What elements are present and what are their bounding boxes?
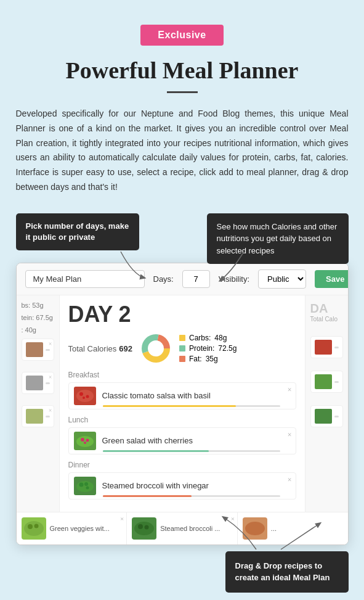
right-breakfast-label [310,336,343,358]
svg-point-10 [84,442,86,444]
lunch-recipe-item: Green salad with cherries × [68,427,296,454]
page-title: Powerful Meal Planner [66,57,299,84]
svg-point-13 [84,482,88,486]
thumb-item-0[interactable]: Green veggies wit... × [17,512,127,545]
thumb-item-2[interactable]: ... [238,512,348,545]
right-day-label: DA [310,302,343,316]
carbs-label: Carbs: [189,334,211,342]
breakfast-label: Breakfast [68,371,296,379]
dinner-recipe-name: Steamed broccoli with vinegar [102,481,291,490]
svg-point-11 [76,481,94,492]
dinner-close-btn[interactable]: × [288,475,292,485]
left-recipe-breakfast: × [22,339,54,361]
planner-days-container: bs: 53g tein: 67.5g : 40g × × [17,295,348,512]
svg-point-4 [79,392,83,396]
left-nutrition-line3: : 40g [22,326,54,334]
breakfast-recipe-name: Classic tomato salsa with basil [102,391,291,400]
thumb-item-1[interactable]: Steamed broccoli ... × [127,512,238,545]
title-divider [167,91,198,93]
visibility-label: Visibility: [219,274,249,284]
thumb-img-0 [22,517,46,540]
left-close-breakfast[interactable]: × [49,340,52,347]
dinner-progress [103,495,280,497]
svg-point-3 [76,390,94,402]
svg-point-14 [86,486,89,489]
dinner-label: Dinner [68,461,296,469]
lunch-section: Lunch Green salad with cherries [68,416,296,454]
thumb-img-1 [132,517,156,540]
thumb-label-0: Green veggies wit... [50,525,110,532]
dinner-recipe-item: Steamed broccoli with vinegar × [68,472,296,499]
breakfast-recipe-item: Classic tomato salsa with basil × [68,382,296,409]
planner-top-bar: Days: Visibility: Public Save [17,263,348,295]
thumb-img-2 [243,517,267,540]
right-recipe-lunch [310,371,343,393]
dinner-section: Dinner Steamed broccoli with vine [68,461,296,499]
calories-row: Total Calories 692 [68,332,296,364]
dinner-thumbnail [74,477,96,495]
left-nutrition-line2: tein: 67.5g [22,314,54,321]
days-input[interactable] [182,270,210,288]
carbs-legend: Carbs: 48g [179,334,237,342]
visibility-select[interactable]: Public [258,269,306,289]
svg-point-12 [79,482,83,487]
svg-point-19 [138,524,143,529]
day-column-main: DAY 2 Total Calories 692 [60,295,305,512]
protein-label: Protein: [189,344,214,353]
callout-bottom: Drag & Drop recipes to create an ideal M… [225,551,349,593]
fat-label: Fat: [189,355,202,363]
lunch-label: Lunch [68,416,296,424]
thumb-label-2: ... [271,525,277,532]
thumb-close-1[interactable]: × [231,515,235,522]
lunch-progress [103,450,280,452]
left-recipe-lunch: × [22,372,54,394]
fat-legend: Fat: 35g [179,355,237,363]
nutrition-legend: Carbs: 48g Protein: 72.5g Fat: [179,334,237,363]
left-close-dinner[interactable]: × [49,407,52,414]
breakfast-close-btn[interactable]: × [288,385,292,395]
callout-left: Pick number of days, make it public or p… [16,213,139,250]
breakfast-thumbnail [74,387,96,405]
svg-point-20 [145,525,149,529]
callout-right: See how much Calories and other nutritio… [207,213,349,265]
protein-value: 72.5g [218,344,237,353]
day-header: DAY 2 [68,302,296,327]
protein-legend: Protein: 72.5g [179,344,237,353]
fat-value: 35g [206,355,218,363]
left-nutrition-line1: bs: 53g [22,302,54,309]
lunch-thumbnail [74,432,96,450]
meal-plan-name-input[interactable] [25,270,145,288]
total-calories-label: Total Calories [68,344,117,353]
thumb-label-1: Steamed broccoli ... [160,525,220,532]
exclusive-badge: Exclusive [140,25,223,46]
save-button[interactable]: Save [315,270,348,288]
carbs-value: 48g [214,334,227,342]
lunch-recipe-name: Green salad with cherries [102,436,291,445]
svg-point-18 [134,522,154,535]
svg-point-6 [83,397,85,399]
svg-point-5 [86,395,89,398]
right-lunch-label [310,371,343,393]
days-label: Days: [153,274,174,284]
left-recipe-dinner: × [22,405,54,427]
breakfast-section: Breakfast Classic tomato salsa wi [68,371,296,409]
breakfast-progress [103,405,280,407]
svg-point-21 [245,522,265,535]
right-recipe-breakfast [310,336,343,358]
left-close-lunch[interactable]: × [49,374,52,380]
day-column-left: bs: 53g tein: 67.5g : 40g × × [17,295,60,512]
bottom-thumbnails-row: Green veggies wit... × Steamed broccoli … [17,512,348,545]
right-calories-label: Total Calo [310,316,343,323]
svg-point-16 [28,524,33,529]
description-text: Developed specifically for our Neptune a… [16,107,349,195]
thumb-close-0[interactable]: × [120,515,124,522]
donut-chart [140,332,172,364]
svg-point-8 [81,438,84,442]
right-recipe-dinner [310,405,343,427]
day-number: DAY 2 [68,302,296,327]
svg-point-15 [24,521,44,536]
total-calories-value: 692 [119,344,132,353]
lunch-close-btn[interactable]: × [288,430,292,440]
svg-point-17 [34,524,38,528]
right-dinner-label [310,405,343,427]
